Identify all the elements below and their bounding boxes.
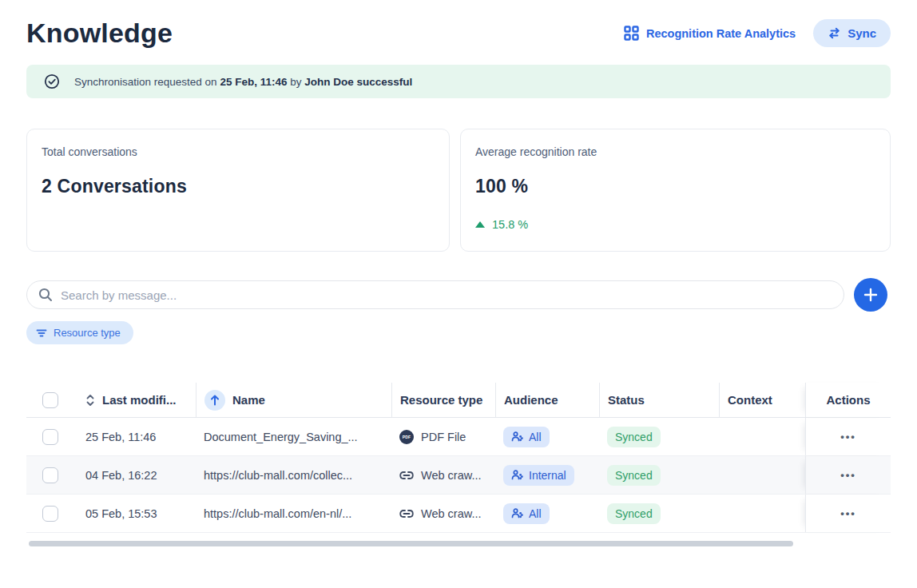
resource-type-cell: Web craw...	[391, 495, 495, 532]
status-cell: Synced	[599, 495, 719, 532]
people-icon	[511, 470, 523, 480]
trend-up-icon	[475, 221, 485, 228]
sync-button-label: Sync	[848, 26, 876, 40]
trend-value: 15.8 %	[492, 218, 528, 231]
banner-text: Synchronisation requested on 25 Feb, 11:…	[74, 76, 412, 88]
people-icon	[511, 508, 523, 518]
audience-badge: Internal	[503, 465, 574, 486]
search-input[interactable]	[61, 288, 832, 302]
column-header-name[interactable]: Name	[196, 383, 391, 417]
column-header-status[interactable]: Status	[599, 383, 719, 417]
header-checkbox-cell	[26, 383, 77, 417]
filter-icon	[36, 328, 47, 338]
table-row[interactable]: 05 Feb, 15:53 https://club-mall.com/en-n…	[26, 495, 891, 533]
sort-chevrons-icon[interactable]	[85, 393, 95, 407]
resource-type-cell: Web craw...	[391, 456, 495, 494]
last-modified-cell: 25 Feb, 11:46	[77, 418, 196, 455]
search-icon	[38, 288, 53, 302]
actions-cell: •••	[805, 495, 891, 532]
last-modified-cell: 04 Feb, 16:22	[77, 456, 196, 494]
check-circle-icon	[44, 74, 60, 89]
total-conversations-card: Total conversations 2 Conversations	[26, 129, 450, 252]
row-actions-menu-button[interactable]: •••	[840, 507, 856, 519]
resource-name-cell: Document_Energy_Saving_...	[196, 418, 391, 455]
web-crawler-link-icon	[399, 509, 414, 518]
resource-name-cell: https://club-mall.com/en-nl/...	[196, 495, 391, 532]
plus-icon	[863, 288, 878, 302]
column-header-actions: Actions	[805, 383, 891, 417]
status-cell: Synced	[599, 456, 719, 494]
sort-ascending-icon[interactable]	[204, 390, 225, 411]
analytics-link-label: Recognition Rate Analytics	[646, 27, 796, 40]
status-badge: Synced	[607, 427, 661, 447]
status-badge: Synced	[607, 465, 661, 486]
row-checkbox[interactable]	[42, 429, 58, 445]
top-actions: Recognition Rate Analytics Sync	[624, 19, 891, 47]
pdf-file-icon: PDF	[399, 430, 414, 444]
horizontal-scrollbar-thumb[interactable]	[29, 541, 793, 546]
select-all-checkbox[interactable]	[42, 392, 58, 408]
filter-chip-label: Resource type	[54, 327, 121, 339]
column-header-audience[interactable]: Audience	[495, 383, 599, 417]
stat-cards: Total conversations 2 Conversations Aver…	[26, 129, 891, 252]
row-actions-menu-button[interactable]: •••	[840, 431, 856, 443]
table-header-row: Last modifi... Name Resource type Audien…	[26, 383, 891, 418]
audience-badge: All	[503, 503, 550, 524]
page-title: Knowledge	[26, 18, 173, 49]
trend-indicator: 15.8 %	[475, 218, 875, 231]
knowledge-page: Knowledge Recognition Rate Analytics Syn…	[0, 0, 917, 588]
resource-name-cell: https://club-mall.com/collec...	[196, 456, 391, 494]
card-value: 100 %	[475, 176, 875, 197]
card-label: Total conversations	[42, 145, 435, 158]
resources-table: Last modifi... Name Resource type Audien…	[26, 383, 891, 546]
card-label: Average recognition rate	[475, 145, 875, 158]
table-row[interactable]: 04 Feb, 16:22 https://club-mall.com/coll…	[26, 456, 891, 495]
resource-type-cell: PDF PDF File	[391, 418, 495, 455]
context-cell	[719, 418, 805, 455]
card-value: 2 Conversations	[42, 176, 435, 197]
status-badge: Synced	[607, 503, 661, 524]
column-header-context[interactable]: Context	[719, 383, 805, 417]
resource-type-filter-chip[interactable]: Resource type	[26, 321, 133, 344]
people-icon	[511, 431, 523, 442]
banner-actor: John Doe successful	[304, 76, 412, 88]
banner-date: 25 Feb, 11:46	[220, 76, 287, 88]
recognition-rate-card: Average recognition rate 100 % 15.8 %	[460, 129, 891, 252]
filter-chip-row: Resource type	[26, 321, 891, 344]
table-row[interactable]: 25 Feb, 11:46 Document_Energy_Saving_...…	[26, 418, 891, 456]
row-checkbox[interactable]	[42, 506, 58, 522]
web-crawler-link-icon	[399, 471, 414, 480]
actions-cell: •••	[805, 456, 891, 494]
add-resource-button[interactable]	[854, 278, 887, 312]
audience-cell: All	[495, 418, 599, 455]
audience-cell: Internal	[495, 456, 599, 494]
column-header-last-modified[interactable]: Last modifi...	[77, 383, 196, 417]
sync-button[interactable]: Sync	[813, 19, 891, 47]
top-bar: Knowledge Recognition Rate Analytics Syn…	[26, 0, 891, 49]
column-header-resource-type[interactable]: Resource type	[391, 383, 495, 417]
search-bar	[26, 280, 844, 309]
row-actions-menu-button[interactable]: •••	[840, 469, 856, 481]
last-modified-cell: 05 Feb, 15:53	[77, 495, 196, 532]
recognition-rate-analytics-link[interactable]: Recognition Rate Analytics	[624, 26, 796, 41]
audience-badge: All	[503, 427, 550, 447]
context-cell	[719, 495, 805, 532]
sync-icon	[828, 27, 841, 39]
actions-cell: •••	[805, 418, 891, 455]
audience-cell: All	[495, 495, 599, 532]
row-checkbox[interactable]	[42, 467, 58, 483]
search-row	[26, 278, 891, 312]
sync-success-banner: Synchronisation requested on 25 Feb, 11:…	[26, 65, 891, 98]
grid-icon	[624, 26, 639, 41]
status-cell: Synced	[599, 418, 719, 455]
context-cell	[719, 456, 805, 494]
